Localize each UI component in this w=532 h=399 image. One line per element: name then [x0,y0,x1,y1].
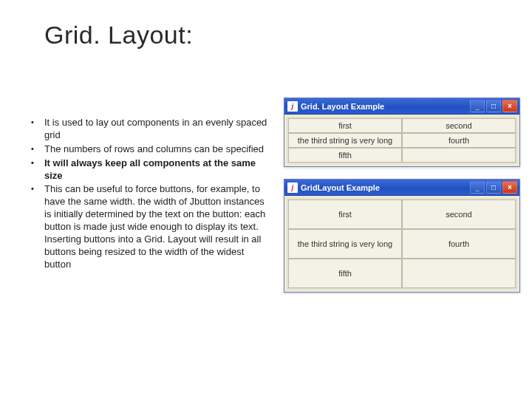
grid-cell[interactable]: fifth [288,259,402,288]
titlebar: j GridLayout Example _ □ × [284,180,519,196]
grid-cell[interactable] [402,148,516,163]
grid-cell[interactable]: fourth [402,229,516,259]
bullet-column: It is used to lay out components in an e… [28,117,272,273]
grid-cell[interactable]: first [288,200,402,229]
grid-container: first second the third string is very lo… [287,117,517,164]
minimize-button[interactable]: _ [470,181,485,194]
window-title: Grid. Layout Example [301,102,384,111]
java-icon: j [287,183,298,193]
minimize-button[interactable]: _ [470,100,485,112]
maximize-button[interactable]: □ [486,100,501,112]
bullet-item: This can be useful to force buttons, for… [41,183,272,270]
window-small: j Grid. Layout Example _ □ × first secon… [284,98,520,167]
grid-cell[interactable] [402,259,516,288]
grid-cell[interactable]: the third string is very long [288,229,402,259]
grid-cell[interactable]: second [402,118,516,133]
close-button[interactable]: × [502,181,517,194]
close-button[interactable]: × [502,100,517,112]
grid-cell[interactable]: first [288,118,402,133]
maximize-button[interactable]: □ [486,181,501,194]
window-big: j GridLayout Example _ □ × first second … [284,179,520,293]
screenshots-column: j Grid. Layout Example _ □ × first secon… [284,98,520,304]
window-title: GridLayout Example [301,183,380,192]
grid-cell[interactable]: fourth [402,133,516,148]
bullet-item: The numbers of rows and columns can be s… [41,143,272,156]
bullet-item: It will always keep all components at th… [41,157,272,183]
grid-container: first second the third string is very lo… [287,198,517,290]
grid-cell[interactable]: the third string is very long [288,133,402,148]
grid-cell[interactable]: fifth [288,148,402,163]
slide-title: Grid. Layout: [44,21,193,50]
grid-cell[interactable]: second [402,200,516,229]
titlebar: j Grid. Layout Example _ □ × [284,98,519,115]
bullet-item: It is used to lay out components in an e… [41,117,272,142]
java-icon: j [287,101,298,112]
